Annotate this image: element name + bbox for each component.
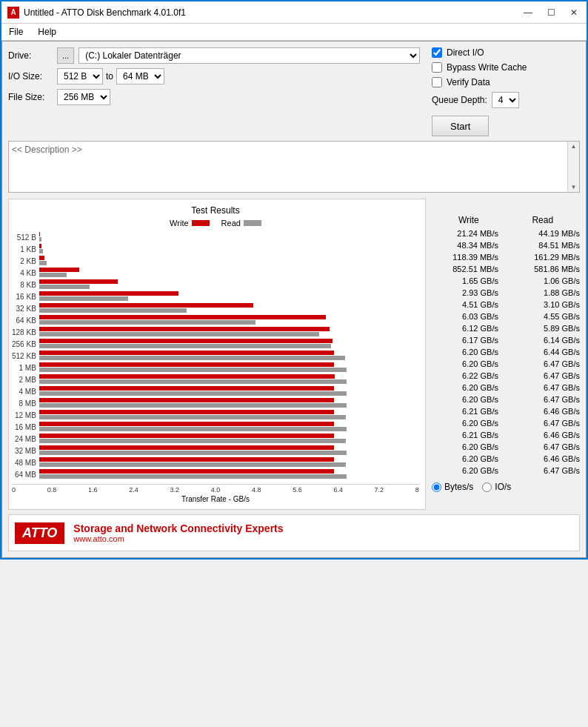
- io-size-row: I/O Size: 512 B to 64 MB: [8, 68, 420, 84]
- minimize-button[interactable]: —: [521, 7, 535, 18]
- direct-io-label: Direct I/O: [447, 47, 484, 58]
- chart-label: 256 KB: [12, 339, 36, 349]
- write-value: 6.20 GB/s: [432, 359, 498, 368]
- read-value: 6.46 GB/s: [513, 454, 580, 463]
- read-value: 6.44 GB/s: [513, 348, 580, 356]
- chart-label: 64 MB: [15, 469, 36, 479]
- verify-data-checkbox[interactable]: [432, 77, 442, 87]
- write-value: 6.17 GB/s: [432, 336, 498, 345]
- description-scrollbar[interactable]: ▲ ▼: [567, 142, 579, 192]
- write-value: 6.20 GB/s: [432, 419, 498, 428]
- bar-row: [39, 303, 419, 313]
- scroll-up-icon[interactable]: ▲: [571, 143, 577, 150]
- app-window: A Untitled - ATTO Disk Benchmark 4.01.0f…: [0, 0, 588, 560]
- read-legend-item: Read: [221, 219, 261, 228]
- start-button[interactable]: Start: [432, 116, 489, 136]
- read-bar: [39, 237, 41, 242]
- read-bar: [39, 379, 347, 384]
- io-size-from-select[interactable]: 512 B: [57, 68, 103, 84]
- queue-depth-select[interactable]: 4: [492, 92, 519, 108]
- chart-label: 16 MB: [15, 422, 36, 432]
- bypass-write-cache-checkbox[interactable]: [432, 62, 442, 73]
- table-row: 1.65 GB/s1.06 GB/s: [432, 276, 580, 286]
- chart-label: 2 MB: [19, 374, 36, 385]
- write-value: 6.20 GB/s: [432, 348, 498, 356]
- table-row: 118.39 MB/s161.29 MB/s: [432, 252, 580, 262]
- read-value: 4.55 GB/s: [513, 312, 580, 321]
- bar-row: [39, 279, 419, 290]
- maximize-button[interactable]: ☐: [544, 7, 558, 18]
- io-size-label: I/O Size:: [8, 71, 53, 82]
- read-value: 1.06 GB/s: [513, 276, 580, 285]
- write-bar: [39, 244, 41, 248]
- direct-io-checkbox[interactable]: [432, 47, 442, 58]
- window-title: Untitled - ATTO Disk Benchmark 4.01.0f1: [24, 7, 186, 18]
- write-value: 2.93 GB/s: [432, 288, 498, 297]
- read-value: 6.47 GB/s: [513, 442, 580, 451]
- menu-file[interactable]: File: [4, 25, 27, 39]
- io-size-to-select[interactable]: 64 MB: [116, 68, 164, 84]
- write-legend-color: [192, 220, 210, 226]
- read-legend-label: Read: [221, 219, 241, 228]
- data-rows: 21.24 MB/s44.19 MB/s48.34 MB/s84.51 MB/s…: [432, 228, 580, 476]
- read-bar: [39, 344, 331, 348]
- bypass-write-cache-label: Bypass Write Cache: [447, 62, 527, 73]
- write-bar: [39, 327, 330, 331]
- io-size-range: 512 B to 64 MB: [57, 68, 164, 84]
- read-bar: [39, 285, 90, 289]
- read-value: 6.47 GB/s: [513, 419, 580, 428]
- read-bar: [39, 308, 187, 313]
- bar-row: [39, 422, 419, 432]
- io-radio-item: IO/s: [482, 482, 511, 492]
- table-row: 6.20 GB/s6.47 GB/s: [432, 359, 580, 369]
- drive-browse-button[interactable]: ...: [57, 47, 74, 64]
- read-value: 5.89 GB/s: [513, 324, 580, 333]
- menu-help[interactable]: Help: [33, 25, 61, 39]
- table-row: 852.51 MB/s581.86 MB/s: [432, 264, 580, 274]
- read-header: Read: [532, 215, 553, 225]
- write-bar: [39, 445, 334, 450]
- write-bar: [39, 422, 334, 426]
- write-bar: [39, 291, 178, 296]
- write-value: 6.20 GB/s: [432, 383, 498, 392]
- verify-data-row: Verify Data: [432, 77, 580, 87]
- read-bar: [39, 415, 346, 419]
- bars-container: [39, 232, 419, 481]
- write-header: Write: [458, 215, 479, 225]
- file-size-select[interactable]: 256 MB: [57, 89, 110, 105]
- io-radio[interactable]: [482, 482, 492, 492]
- bytes-radio[interactable]: [432, 482, 441, 492]
- controls-area: Drive: ... (C:) Lokaler Datenträger I/O …: [8, 47, 580, 136]
- write-value: 6.21 GB/s: [432, 407, 498, 416]
- read-value: 6.47 GB/s: [513, 359, 580, 368]
- write-value: 21.24 MB/s: [432, 229, 498, 238]
- write-value: 6.03 GB/s: [432, 312, 498, 321]
- chart-label: 2 KB: [20, 256, 36, 266]
- x-tick: 5.6: [293, 486, 302, 494]
- bar-row: [39, 457, 419, 468]
- write-value: 4.51 GB/s: [432, 300, 498, 309]
- drive-select[interactable]: (C:) Lokaler Datenträger: [78, 47, 420, 64]
- chart-labels: 512 B1 KB2 KB4 KB8 KB16 KB32 KB64 KB128 …: [12, 232, 36, 481]
- footer-tagline: Storage and Network Connectivity Experts: [73, 522, 283, 534]
- read-bar: [39, 451, 347, 455]
- x-tick: 1.6: [88, 486, 98, 494]
- footer-text-area: Storage and Network Connectivity Experts…: [73, 522, 283, 543]
- chart-label: 32 KB: [16, 303, 36, 313]
- left-controls: Drive: ... (C:) Lokaler Datenträger I/O …: [8, 47, 420, 136]
- bytes-label: Bytes/s: [444, 482, 473, 492]
- write-bar: [39, 256, 45, 260]
- x-tick: 4.8: [252, 486, 261, 494]
- chart-label: 4 KB: [20, 268, 36, 278]
- queue-depth-label: Queue Depth:: [432, 95, 487, 105]
- close-button[interactable]: ✕: [567, 7, 581, 18]
- read-bar: [39, 261, 47, 265]
- bar-row: [39, 268, 419, 278]
- write-value: 118.39 MB/s: [432, 253, 498, 262]
- chart-label: 64 KB: [16, 315, 36, 325]
- x-tick: 4.0: [211, 486, 221, 494]
- bar-row: [39, 445, 419, 456]
- chart-label: 16 KB: [16, 291, 36, 302]
- scroll-down-icon[interactable]: ▼: [571, 184, 577, 190]
- read-value: 6.47 GB/s: [513, 371, 580, 380]
